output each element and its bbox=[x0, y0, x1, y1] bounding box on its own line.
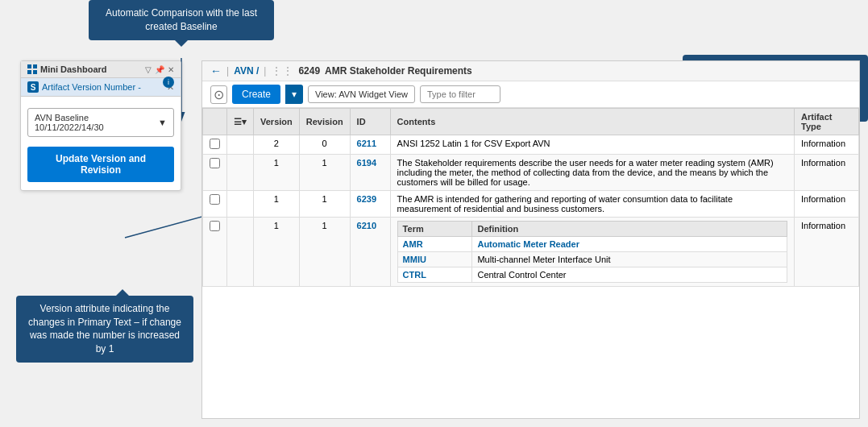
baseline-dropdown[interactable]: AVN Baseline 10/11/2022/14/30 ▼ bbox=[27, 108, 174, 137]
row-checkbox[interactable] bbox=[210, 139, 220, 149]
inner-col-header: Term bbox=[397, 222, 472, 237]
table-container: ☰▾ Version Revision ID Contents Artifact… bbox=[202, 108, 859, 287]
col-header-actions: ☰▾ bbox=[227, 109, 254, 135]
row-artifact-type: Information bbox=[795, 135, 859, 155]
nav-sep2: | bbox=[264, 65, 266, 77]
col-header-type[interactable]: Artifact Type bbox=[795, 109, 859, 135]
inner-table: TermDefinitionAMRAutomatic Meter ReaderM… bbox=[397, 221, 787, 283]
main-topbar: ← | AVN / | ⋮⋮ 6249 AMR Stakeholder Requ… bbox=[202, 61, 859, 81]
inner-term: AMR bbox=[397, 237, 472, 252]
row-contents: The Stakeholder requirements describe th… bbox=[390, 155, 794, 191]
col-header-check bbox=[203, 109, 227, 135]
tooltip-top: Automatic Comparison with the last creat… bbox=[89, 0, 274, 40]
nav-avn-link[interactable]: AVN / bbox=[234, 65, 259, 77]
artifact-id-link[interactable]: 6194 bbox=[357, 158, 376, 168]
row-contents: ANSI 1252 Latin 1 for CSV Export AVN bbox=[390, 135, 794, 155]
panel-body: i AVN Baseline 10/11/2022/14/30 ▼ Update… bbox=[21, 97, 181, 190]
update-version-button[interactable]: Update Version and Revision bbox=[27, 147, 174, 182]
grid-icon bbox=[27, 64, 37, 74]
info-icon[interactable]: i bbox=[163, 77, 174, 88]
table-menu-icon[interactable]: ☰▾ bbox=[234, 117, 247, 126]
inner-definition: Multi-channel Meter Interface Unit bbox=[472, 252, 787, 267]
row-version: 1 bbox=[254, 218, 300, 287]
inner-term-link[interactable]: MMIU bbox=[403, 255, 426, 264]
artifact-id-link[interactable]: 6210 bbox=[357, 221, 376, 230]
nav-sep1: | bbox=[226, 65, 229, 77]
row-id: 6194 bbox=[350, 155, 390, 191]
inner-term-link[interactable]: AMR bbox=[403, 239, 423, 249]
panel-pin-icon[interactable]: 📌 bbox=[155, 65, 164, 74]
table-row: 206211ANSI 1252 Latin 1 for CSV Export A… bbox=[203, 135, 859, 155]
row-actions bbox=[227, 155, 254, 191]
row-version: 1 bbox=[254, 155, 300, 191]
row-id: 6239 bbox=[350, 191, 390, 218]
col-header-revision[interactable]: Revision bbox=[299, 109, 350, 135]
table-row: 116194The Stakeholder requirements descr… bbox=[203, 155, 859, 191]
create-dropdown-button[interactable]: ▾ bbox=[285, 85, 303, 104]
table-row: 116210TermDefinitionAMRAutomatic Meter R… bbox=[203, 218, 859, 287]
row-contents: TermDefinitionAMRAutomatic Meter ReaderM… bbox=[390, 218, 794, 287]
row-artifact-type: Information bbox=[795, 191, 859, 218]
panel-title-icons[interactable]: ▽ 📌 ✕ bbox=[145, 65, 174, 74]
artifacts-table: ☰▾ Version Revision ID Contents Artifact… bbox=[202, 108, 859, 287]
artifact-id-link[interactable]: 6211 bbox=[357, 139, 376, 148]
artifact-id: 6249 bbox=[298, 65, 320, 77]
row-revision: 1 bbox=[299, 218, 350, 287]
inner-def-link[interactable]: Automatic Meter Reader bbox=[477, 239, 579, 249]
row-checkbox[interactable] bbox=[210, 221, 220, 231]
inner-term: CTRL bbox=[397, 267, 472, 283]
col-header-version[interactable]: Version bbox=[254, 109, 300, 135]
row-revision: 1 bbox=[299, 155, 350, 191]
inner-term: MMIU bbox=[397, 252, 472, 267]
panel-collapse-icon[interactable]: ▽ bbox=[145, 65, 152, 74]
view-button[interactable]: View: AVN Widget View bbox=[308, 85, 415, 103]
inner-col-header: Definition bbox=[472, 222, 787, 237]
row-checkbox[interactable] bbox=[210, 194, 220, 205]
row-actions bbox=[227, 135, 254, 155]
col-header-id[interactable]: ID bbox=[350, 109, 390, 135]
panel-title-bar: Mini Dashboard ▽ 📌 ✕ bbox=[21, 61, 181, 78]
panel-close-icon[interactable]: ✕ bbox=[168, 65, 174, 74]
row-actions bbox=[227, 191, 254, 218]
dropdown-chevron-icon: ▼ bbox=[158, 118, 167, 127]
inner-definition: Automatic Meter Reader bbox=[472, 237, 787, 252]
create-button[interactable]: Create bbox=[232, 85, 280, 104]
panel-title: Mini Dashboard bbox=[27, 64, 107, 74]
inner-term-link[interactable]: CTRL bbox=[403, 270, 426, 280]
row-revision: 0 bbox=[299, 135, 350, 155]
drag-handle-icon[interactable]: ⋮⋮ bbox=[271, 64, 293, 77]
row-revision: 1 bbox=[299, 191, 350, 218]
row-version: 1 bbox=[254, 191, 300, 218]
inner-definition: Central Control Center bbox=[472, 267, 787, 283]
s-icon: S bbox=[27, 81, 39, 93]
row-contents: The AMR is intended for gathering and re… bbox=[390, 191, 794, 218]
row-id: 6210 bbox=[350, 218, 390, 287]
row-checkbox[interactable] bbox=[210, 158, 220, 168]
row-artifact-type: Information bbox=[795, 218, 859, 287]
col-header-contents[interactable]: Contents bbox=[390, 109, 794, 135]
main-area: ← | AVN / | ⋮⋮ 6249 AMR Stakeholder Requ… bbox=[201, 60, 860, 419]
row-actions bbox=[227, 218, 254, 287]
table-row: 116239The AMR is intended for gathering … bbox=[203, 191, 859, 218]
toolbar: ⊙ Create ▾ View: AVN Widget View bbox=[202, 81, 859, 108]
left-panel: Mini Dashboard ▽ 📌 ✕ S Artifact Version … bbox=[20, 60, 181, 191]
row-id: 6211 bbox=[350, 135, 390, 155]
tooltip-bottom: Version attribute indicating the changes… bbox=[16, 296, 193, 363]
filter-input[interactable] bbox=[420, 85, 500, 103]
panel-subtitle: S Artifact Version Number - ✕ bbox=[21, 78, 181, 97]
back-button[interactable]: ← bbox=[210, 64, 222, 77]
row-artifact-type: Information bbox=[795, 155, 859, 191]
expand-icon[interactable]: ⊙ bbox=[210, 85, 227, 104]
row-version: 2 bbox=[254, 135, 300, 155]
artifact-title: AMR Stakeholder Requirements bbox=[325, 65, 472, 77]
artifact-id-link[interactable]: 6239 bbox=[357, 194, 376, 204]
